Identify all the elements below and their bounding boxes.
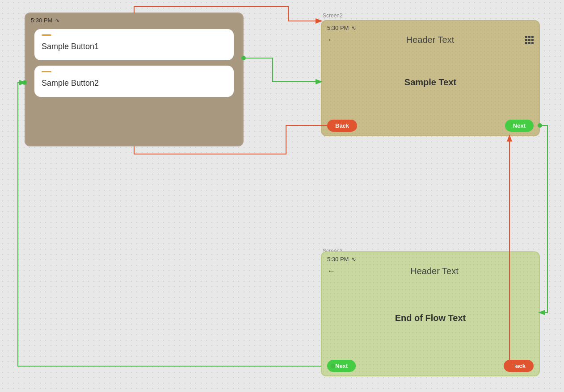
screen3-body: End of Flow Text [322, 280, 539, 356]
screen3-status-bar: 5:30 PM ∿ [322, 252, 539, 264]
screen2-next-button[interactable]: Next [505, 120, 534, 132]
screen2-back-button[interactable]: Back [327, 120, 357, 132]
grid-dot-6 [531, 39, 534, 41]
screen2-time: 5:30 PM [327, 25, 349, 31]
grid-dot-9 [531, 42, 534, 44]
screen3-back-arrow-icon[interactable]: ← [327, 267, 335, 276]
screen1-button2-label: Sample Button2 [42, 75, 99, 88]
screen2-wifi-icon: ∿ [351, 25, 356, 31]
screen2-back-arrow-icon[interactable]: ← [327, 35, 335, 45]
screen1-content: Sample Button1 Sample Button2 [25, 25, 243, 100]
screen3-wifi-icon: ∿ [351, 256, 356, 263]
screen3-footer: Next Back [322, 356, 539, 375]
screen2-header-text: Header Text [335, 35, 525, 45]
screen3-header-text: Header Text [335, 266, 534, 276]
screen2-status-bar: 5:30 PM ∿ [322, 21, 539, 33]
screen3-next-button[interactable]: Next [327, 360, 356, 372]
screen2-navbar: ← Header Text [322, 33, 539, 49]
screen2-footer: Back Next [322, 116, 539, 135]
screen1: 5:30 PM ∿ Sample Button1 Sample Button2 [25, 13, 244, 146]
screen1-wifi-icon: ∿ [55, 17, 60, 24]
grid-dot-2 [528, 36, 530, 38]
grid-dot-5 [528, 39, 530, 41]
screen1-button1-accent [42, 34, 51, 36]
screen1-status-bar: 5:30 PM ∿ [25, 13, 243, 25]
screen3-back-button[interactable]: Back [504, 360, 534, 372]
grid-dot-4 [525, 39, 527, 41]
screen2-grid-icon[interactable] [525, 36, 534, 44]
grid-dot-7 [525, 42, 527, 44]
screen3-end-text: End of Flow Text [395, 313, 466, 323]
screen1-button2[interactable]: Sample Button2 [34, 66, 234, 97]
screen3-time: 5:30 PM [327, 256, 349, 263]
grid-dot-3 [531, 36, 534, 38]
screen1-time: 5:30 PM [31, 17, 52, 24]
screen2-sample-text: Sample Text [404, 77, 456, 88]
screen1-button1[interactable]: Sample Button1 [34, 29, 234, 60]
screen2-body: Sample Text [322, 49, 539, 116]
screen1-button1-label: Sample Button1 [42, 38, 99, 51]
screen3: 5:30 PM ∿ ← Header Text End of Flow Text… [321, 251, 540, 376]
screen1-button2-accent [42, 71, 51, 72]
screen3-navbar: ← Header Text [322, 264, 539, 280]
screen2-label: Screen2 [323, 13, 343, 19]
grid-dot-1 [525, 36, 527, 38]
screen2: 5:30 PM ∿ ← Header Text Sample Text Back… [321, 20, 540, 136]
grid-dot-8 [528, 42, 530, 44]
